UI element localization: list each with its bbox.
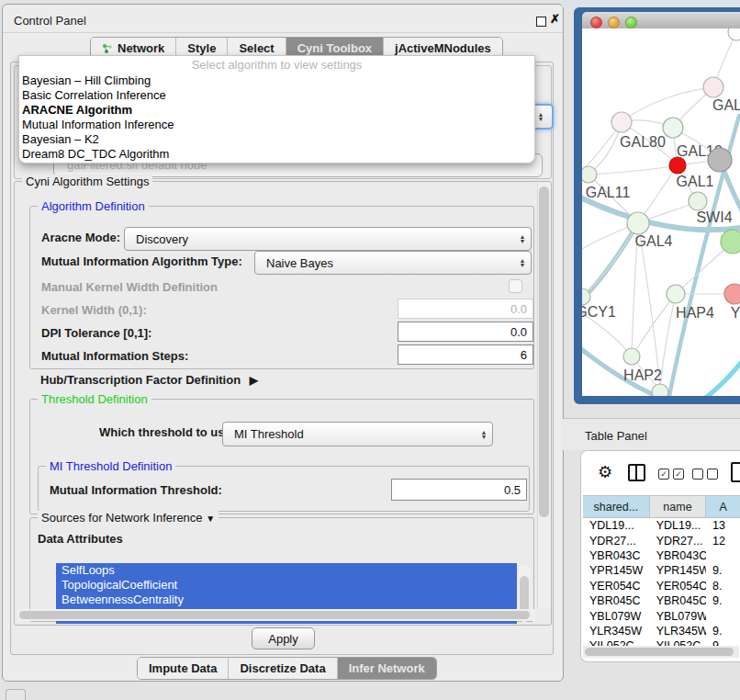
network-node-gal10[interactable] [663,118,683,138]
node-label: SWI4 [696,209,732,225]
network-edge[interactable] [582,223,638,304]
tab-impute-data[interactable]: Impute Data [138,658,229,679]
close-icon[interactable]: ✗ [550,12,560,26]
tab-label: Impute Data [149,661,217,675]
deselect-all-checkboxes-icon[interactable] [692,469,718,480]
sources-legend-text: Sources for Network Inference [41,511,203,525]
algorithm-option-aracne-algorithm[interactable]: ARACNE Algorithm [20,103,533,118]
node-label: GCY1 [582,304,616,320]
network-canvas[interactable]: GALGAL80GAL10GAL1GAL11GAL4SWI4GCY1HAP4YH… [582,28,740,396]
table-cell: 9. [706,594,740,607]
table-row[interactable]: YBR043CYBR043C [583,548,740,563]
apply-button[interactable]: Apply [252,627,315,649]
network-node[interactable] [669,157,686,174]
mi-type-label: Mutual Information Algorithm Type: [41,254,242,268]
algorithm-option-bayesian-hill-climbing[interactable]: Bayesian – Hill Climbing [20,73,533,88]
table-horizontal-scrollbar[interactable] [583,646,739,658]
application-root: Control Panel ✗ NetworkStyleSelectCyni T… [0,0,740,700]
zoom-traffic-light-icon[interactable] [625,17,637,28]
network-node[interactable] [708,148,732,172]
attribute-item-betweennesscentrality[interactable]: BetweennessCentrality [56,593,517,607]
kernel-width-input[interactable]: 0.0 [398,299,533,319]
table-cell: YDL19... [650,519,706,532]
network-node[interactable] [728,28,740,40]
aracne-mode-combo[interactable]: Discovery ▲▼ [124,227,532,251]
float-window-icon[interactable] [536,17,546,27]
manual-kernel-checkbox[interactable] [509,279,522,293]
algorithm-option-bayesian-k2[interactable]: Bayesian – K2 [20,132,533,147]
attribute-item-selfloops[interactable]: SelfLoops [56,563,517,578]
document-icon[interactable] [731,462,740,482]
network-graph: GALGAL80GAL10GAL1GAL11GAL4SWI4GCY1HAP4YH… [582,28,740,396]
column-header-shared[interactable]: shared... [583,496,650,517]
algorithm-dropdown-list: Bayesian – Hill ClimbingBasic Correlatio… [20,73,533,162]
dpi-tolerance-input[interactable]: 0.0 [398,322,533,342]
select-all-checkboxes-icon[interactable]: ✓✓ [658,469,684,480]
partial-button[interactable] [6,689,26,700]
table-horizontal-scrollbar-thumb[interactable] [585,648,734,656]
network-edge[interactable] [622,87,713,122]
table-cell: 8. [706,580,740,593]
table-cell: 9. [706,564,740,577]
network-node-gal80[interactable] [611,112,632,132]
column-header-a[interactable]: A [706,496,740,517]
algorithm-option-basic-correlation-inference[interactable]: Basic Correlation Inference [20,88,533,103]
network-edge[interactable] [582,313,632,356]
threshold-definition-group: Threshold Definition Which threshold to … [29,399,534,514]
columns-icon[interactable] [628,464,645,481]
settings-vertical-scrollbar-thumb[interactable] [539,186,549,517]
combo-spinner-icon: ▲▼ [476,430,492,439]
table-cell: YDR27... [650,535,706,548]
table-panel-card: ⚙ ✓✓ shared...nameA YDL19...YDL19...13YD… [580,450,740,662]
hub-definition-label: Hub/Transcription Factor Definition [40,373,241,387]
table-row[interactable]: YLR345WYLR345W9. [583,624,740,638]
network-node[interactable] [652,384,668,396]
attribute-item-topologicalcoefficient[interactable]: TopologicalCoefficient [56,578,517,593]
network-node-gal11[interactable] [582,166,597,183]
table-cell: YBL079W [583,610,650,623]
table-row[interactable]: YDR27...YDR27...12 [583,533,740,548]
close-traffic-light-icon[interactable] [590,17,602,28]
combo-spinner-icon: ▲▼ [538,112,544,121]
mi-type-combo[interactable]: Naive Bayes ▲▼ [254,251,532,275]
combo-spinner-icon: ▲▼ [514,234,531,243]
network-node-swi4[interactable] [721,230,740,254]
hub-definition-toggle[interactable]: Hub/Transcription Factor Definition ▶ [40,373,258,387]
algorithm-option-dream8-dc-tdc-algorithm[interactable]: Dream8 DC_TDC Algorithm [20,147,533,162]
mi-steps-input[interactable]: 6 [398,344,533,365]
settings-horizontal-scrollbar-thumb[interactable] [19,611,530,619]
sources-legend[interactable]: Sources for Network Inference ▼ [38,511,219,525]
node-label: GAL1 [677,174,714,189]
table-row[interactable]: YPR145WYPR145W9. [583,563,740,578]
table-row[interactable]: YBL079WYBL079W [583,608,740,623]
network-node-hap4[interactable] [667,285,685,303]
network-node-y[interactable] [724,284,740,304]
which-threshold-combo[interactable]: MI Threshold ▲▼ [222,422,493,446]
network-window-titlebar[interactable] [582,12,740,29]
network-node-hap2[interactable] [623,348,640,365]
algorithm-dropdown-popup: Select algorithm to view settings Bayesi… [18,55,535,164]
minimize-traffic-light-icon[interactable] [608,17,620,28]
network-edge[interactable] [703,359,740,396]
cyni-settings-legend: Cyni Algorithm Settings [22,175,152,188]
network-edge[interactable] [589,165,678,175]
gear-icon[interactable]: ⚙ [598,462,612,482]
table-toolbar: ⚙ ✓✓ [581,451,740,495]
tab-infer-network[interactable]: Infer Network [338,658,436,679]
threshold-definition-legend: Threshold Definition [38,392,151,406]
table-cell: 12 [706,535,740,548]
table-header-row: shared...nameA [583,495,740,518]
table-cell: YBR045C [583,594,650,607]
network-node-gal[interactable] [703,77,723,97]
network-node-gal1[interactable] [689,192,707,210]
data-attributes-label: Data Attributes [38,532,123,546]
mi-threshold-input[interactable]: 0.5 [391,479,527,501]
table-row[interactable]: YER054CYER054C8. [583,579,740,593]
table-row[interactable]: YDL19...YDL19...13 [583,518,740,533]
tab-discretize-data[interactable]: Discretize Data [229,658,337,679]
algorithm-option-mutual-information-inference[interactable]: Mutual Information Inference [20,118,533,132]
network-node-gal4[interactable] [627,212,649,234]
column-header-name[interactable]: name [650,496,706,517]
control-panel-window: Control Panel ✗ NetworkStyleSelectCyni T… [2,4,564,682]
table-row[interactable]: YBR045CYBR045C9. [583,593,740,608]
